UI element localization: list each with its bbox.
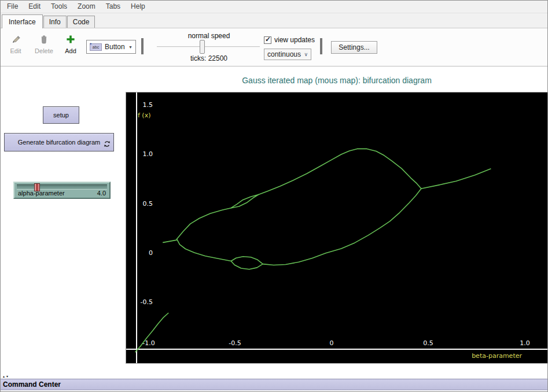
plot-svg: -1.0-0.500.51.01.51.00.50-0.5f (x)beta-p… (126, 93, 547, 363)
model-title: Gauss iterated map (mous map): bifurcati… (126, 76, 547, 85)
tab-strip: Interface Info Code (1, 13, 547, 28)
x-tick-label: 0.5 (423, 339, 433, 347)
ticks-counter: ticks: 22500 (157, 54, 261, 62)
update-mode-dropdown[interactable]: continuous ∨ (264, 49, 311, 60)
y-tick-label: 1.0 (143, 150, 153, 158)
command-center-splitter[interactable]: ▴▾ (1, 375, 547, 379)
menu-edit[interactable]: Edit (23, 1, 46, 13)
world-view-plot: -1.0-0.500.51.01.51.00.50-0.5f (x)beta-p… (126, 92, 548, 364)
y-tick-label: -0.5 (141, 298, 153, 306)
view-updates-checkbox[interactable]: ✓ (264, 36, 271, 44)
y-tick-label: 0.5 (143, 200, 153, 208)
netlogo-window: File Edit Tools Zoom Tabs Help Interface… (0, 0, 548, 392)
toolbar-separator (320, 38, 322, 54)
speed-slider-label: normal speed (157, 32, 261, 40)
y-axis-title: f (x) (138, 112, 150, 119)
curve-upper-bubble (231, 195, 259, 208)
settings-button[interactable]: Settings... (331, 41, 377, 54)
checkmark-icon: ✓ (265, 35, 271, 43)
slider-value: 4.0 (97, 190, 106, 197)
alpha-parameter-slider[interactable]: alpha-parameter 4.0 (13, 182, 111, 199)
curve-loop-lower-left (177, 239, 231, 261)
command-center-header: Command Center (1, 379, 547, 390)
widget-type-dropdown[interactable]: abc * Button ▼ (86, 40, 136, 54)
y-tick-label: 1.5 (143, 101, 153, 109)
toolbar: Edit Delete Add abc * (1, 28, 547, 66)
delete-label: Delete (32, 47, 56, 54)
menu-zoom[interactable]: Zoom (72, 1, 101, 13)
speed-slider-thumb[interactable] (200, 40, 205, 54)
forever-icon (104, 140, 111, 149)
setup-button-label: setup (53, 112, 69, 119)
trash-icon (32, 34, 56, 46)
add-widget-button[interactable]: Add (61, 34, 80, 54)
interface-canvas: Gauss iterated map (mous map): bifurcati… (1, 66, 547, 375)
slider-label: alpha-parameter (18, 190, 65, 197)
generate-button-label: Generate bifurcation diagram (18, 139, 100, 146)
generate-bifurcation-button[interactable]: Generate bifurcation diagram (4, 133, 114, 151)
slider-groove[interactable] (17, 184, 107, 190)
curve-loop-lower-right (263, 188, 421, 265)
menu-file[interactable]: File (2, 1, 23, 13)
menu-help[interactable]: Help (126, 1, 150, 13)
x-tick-label: 1.0 (520, 339, 530, 347)
x-tick-label: -0.5 (229, 339, 241, 347)
add-label: Add (61, 47, 80, 54)
button-widget-icon: abc * (90, 43, 102, 51)
x-axis-title: beta-parameter (472, 352, 522, 360)
menu-tabs[interactable]: Tabs (101, 1, 126, 13)
pencil-icon (5, 34, 26, 46)
tab-info[interactable]: Info (43, 16, 67, 28)
curve-loop-upper-left (177, 208, 231, 239)
curve-lower-bubble (231, 257, 263, 269)
bottom-strip (1, 390, 547, 391)
tab-interface[interactable]: Interface (2, 14, 43, 28)
view-updates-label: view updates (274, 36, 315, 44)
speed-slider-track[interactable] (157, 46, 260, 47)
command-center-title: Command Center (3, 380, 61, 389)
menu-bar: File Edit Tools Zoom Tabs Help (1, 1, 547, 13)
edit-label: Edit (5, 47, 26, 54)
toolbar-separator (141, 38, 144, 54)
plus-icon (61, 34, 80, 46)
x-tick-label: 0 (329, 339, 333, 347)
edit-widget-button[interactable]: Edit (5, 34, 26, 54)
curve-period1-right (421, 169, 491, 188)
chip-star-icon: * (90, 42, 92, 48)
widget-type-value: Button (105, 43, 125, 51)
setup-button[interactable]: setup (43, 106, 79, 124)
x-tick-label: -1.0 (142, 339, 155, 347)
y-tick-label: 0 (149, 249, 153, 257)
chevron-down-icon: ▼ (128, 45, 133, 49)
update-mode-value: continuous (267, 50, 301, 58)
chevron-down-icon: ∨ (304, 51, 308, 57)
curve-loop-upper-right (259, 149, 421, 194)
splitter-arrows-icon: ▴▾ (3, 374, 10, 379)
tab-code[interactable]: Code (67, 16, 95, 28)
menu-tools[interactable]: Tools (46, 1, 72, 13)
curve-left-fixed-point-stub (163, 240, 176, 242)
delete-widget-button[interactable]: Delete (32, 34, 56, 54)
